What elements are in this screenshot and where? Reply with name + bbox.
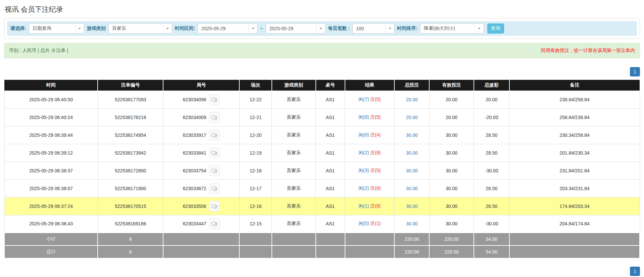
summary-bar: 币别 : 人民币 | 总共 :8 注单 | 同局有效投注，统一计算在该局第一张注…: [4, 43, 640, 58]
cell-bet-id: 522538176218: [98, 108, 163, 126]
cell-bet-id: 522538172800: [98, 162, 163, 179]
video-icon: [211, 167, 218, 174]
cell-bet-id: 522538174954: [98, 126, 163, 144]
cell-bet-id: 522538169186: [98, 215, 163, 233]
result-banker: 庄(5): [370, 97, 381, 102]
cell-bet-id: 522538173942: [98, 144, 163, 162]
cell-remark: 174.84/203.34: [509, 197, 640, 215]
round-id: 623033754: [183, 168, 206, 173]
cell-game-type: 百家乐: [272, 126, 316, 144]
video-replay-button[interactable]: [209, 130, 220, 141]
notice-text: 同局有效投注，统一计算在该局第一张注单内: [541, 48, 635, 54]
date-from-dropdown[interactable]: 2025-05-29: [198, 23, 257, 34]
video-replay-button[interactable]: [209, 165, 220, 176]
query-type-dropdown[interactable]: 日期查询: [29, 23, 84, 34]
video-icon: [211, 220, 218, 227]
video-icon: [211, 203, 218, 210]
cell-result: 闲(5) 庄(1): [345, 215, 395, 233]
round-wrap: 623033917: [183, 130, 220, 141]
result-player: 闲(2): [358, 150, 369, 155]
round-id: 623034009: [183, 115, 206, 120]
game-type-value: 百家乐: [109, 25, 126, 32]
total-bet-link[interactable]: 30.00: [406, 186, 418, 191]
date-to-dropdown[interactable]: 2025-05-29: [266, 23, 326, 34]
video-replay-button[interactable]: [209, 112, 220, 123]
game-type-label: 游戏类别: [87, 25, 106, 32]
cell-payout: -20.00: [474, 108, 509, 126]
cell-valid-bet: 30.00: [429, 197, 474, 215]
cell-remark: 201.84/230.34: [509, 144, 640, 162]
table-header: 时间注单编号局号场次游戏类别桌号结果总投注有效投注总派彩备注: [4, 80, 640, 91]
round-wrap: 623034009: [183, 112, 220, 123]
column-header: 局号: [163, 80, 239, 91]
cell-round: 623033841: [163, 144, 239, 162]
cell-time: 2025-05-29 06:38:07: [4, 179, 98, 197]
round-id: 623033917: [183, 132, 206, 138]
bet-records-table: 时间注单编号局号场次游戏类别桌号结果总投注有效投注总派彩备注 2025-05-2…: [4, 80, 640, 259]
cell-table-no: AS1: [316, 91, 345, 108]
result-player: 闲(5): [358, 221, 369, 226]
cell-session: 12-16: [239, 197, 272, 215]
time-sort-label: 时间排序:: [397, 25, 417, 32]
result-banker: 庄(4): [370, 132, 381, 137]
time-sort-value: 降幂(由大到小): [420, 25, 455, 32]
time-sort-dropdown[interactable]: 降幂(由大到小): [420, 23, 484, 34]
video-icon: [211, 96, 218, 103]
chevron-down-icon: [75, 24, 84, 33]
result-banker: 庄(8): [370, 150, 381, 155]
total-bet-link[interactable]: 20.00: [406, 115, 418, 120]
table-row: 2025-05-29 06:36:43522538169186623033447…: [4, 215, 640, 233]
cell-time: 2025-05-29 06:40:24: [4, 108, 98, 126]
query-button[interactable]: 查询: [487, 23, 504, 34]
footer-empty-game: [272, 245, 316, 258]
cell-result: 闲(0) 庄(4): [345, 126, 395, 144]
cell-round: 623033917: [163, 126, 239, 144]
result-player: 闲(1): [358, 203, 369, 209]
result-banker: 庄(5): [370, 168, 381, 173]
cell-result: 闲(9) 庄(5): [345, 108, 395, 126]
total-bet-link[interactable]: 20.00: [406, 97, 418, 102]
round-id: 623034096: [183, 97, 206, 102]
cell-table-no: AS1: [316, 144, 345, 162]
footer-empty-result: [345, 233, 395, 245]
currency-total-text: 币别 : 人民币 | 总共 :8 注单 |: [9, 48, 68, 54]
footer-label: 总计: [4, 245, 98, 258]
pagination-top: 1: [4, 67, 640, 76]
result-banker: 庄(8): [370, 203, 381, 209]
date-range-tilde: ~: [260, 26, 263, 31]
total-bet-link[interactable]: 30.00: [406, 168, 418, 173]
cell-session: 12-20: [239, 126, 272, 144]
cell-valid-bet: 30.00: [429, 179, 474, 197]
video-replay-button[interactable]: [209, 148, 220, 158]
footer-empty-table: [316, 233, 345, 245]
table-row: 2025-05-29 06:38:07522538171900623033672…: [4, 179, 640, 197]
cell-valid-bet: 20.00: [429, 91, 474, 108]
cell-valid-bet: 30.00: [429, 126, 474, 144]
cell-total-bet: 20.00: [394, 108, 429, 126]
cell-session: 12-15: [239, 215, 272, 233]
cell-session: 12-18: [239, 162, 272, 179]
result-player: 闲(3): [358, 168, 369, 173]
cell-round: 623033754: [163, 162, 239, 179]
column-header: 备注: [509, 80, 640, 91]
video-replay-button[interactable]: [209, 201, 220, 212]
page-size-dropdown[interactable]: 100: [352, 23, 394, 34]
page-title: 视讯 会员下注纪录: [5, 5, 640, 14]
round-wrap: 623033841: [183, 148, 220, 158]
total-bet-link[interactable]: 30.00: [406, 204, 418, 209]
total-bet-link[interactable]: 30.00: [406, 150, 418, 156]
video-replay-button[interactable]: [209, 94, 220, 105]
chevron-down-icon: [385, 24, 394, 33]
filter-panel: 请选择: 日期查询 游戏类别 百家乐 时间区间: 2025-05-29 ~ 20…: [4, 18, 640, 39]
total-bet-link[interactable]: 30.00: [406, 221, 418, 226]
round-wrap: 623033556: [183, 201, 220, 212]
game-type-dropdown[interactable]: 百家乐: [108, 23, 172, 34]
page-1-button[interactable]: 1: [630, 67, 640, 76]
grandtotal-row: 总计8220.00220.0054.00: [4, 245, 640, 258]
cell-session: 12-22: [239, 91, 272, 108]
subtotal-row: 小计8220.00220.0054.00: [4, 233, 640, 245]
total-bet-link[interactable]: 30.00: [406, 132, 418, 138]
video-replay-button[interactable]: [209, 183, 220, 194]
video-replay-button[interactable]: [209, 218, 220, 229]
page-1-button[interactable]: 1: [630, 267, 640, 276]
